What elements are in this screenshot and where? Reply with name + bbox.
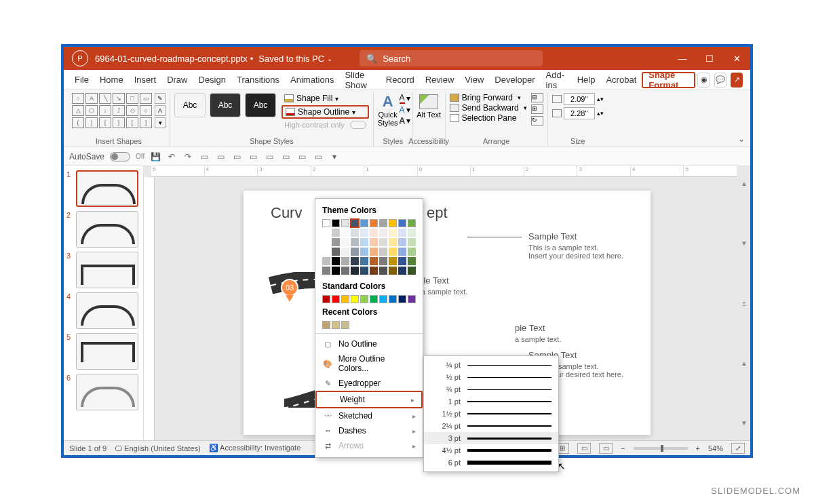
reading-view-button[interactable]: ▭ [577, 443, 591, 454]
tab-draw[interactable]: Draw [161, 70, 193, 90]
color-swatch[interactable] [379, 229, 387, 237]
color-swatch[interactable] [341, 295, 349, 303]
search-box[interactable]: 🔍 Search [360, 50, 543, 66]
shape-fill-button[interactable]: Shape Fill ▾ [282, 93, 369, 104]
thumbnail-3[interactable]: 3 [66, 252, 140, 288]
color-swatch[interactable] [341, 267, 349, 275]
shape-style-gallery[interactable]: Abc Abc Abc [174, 93, 276, 130]
color-swatch[interactable] [351, 229, 359, 237]
shape-outline-button[interactable]: Shape Outline ▾ [282, 105, 369, 119]
color-swatch[interactable] [389, 229, 397, 237]
color-swatch[interactable] [370, 295, 378, 303]
thumbnail-5[interactable]: 5 [66, 333, 140, 370]
theme-colors-row[interactable] [315, 219, 423, 229]
color-swatch[interactable] [398, 267, 406, 275]
tab-slideshow[interactable]: Slide Show [339, 70, 380, 90]
align-button[interactable]: ⊟ [531, 93, 543, 102]
color-swatch[interactable] [360, 295, 368, 303]
minimize-button[interactable]: — [669, 47, 696, 70]
color-swatch[interactable] [398, 229, 406, 237]
color-swatch[interactable] [370, 257, 378, 265]
zoom-in-button[interactable]: + [696, 444, 700, 452]
color-swatch[interactable] [408, 219, 416, 227]
shape-textbox-icon[interactable]: A [155, 105, 166, 116]
weight-option[interactable]: 1½ pt [424, 408, 558, 420]
zoom-slider[interactable] [634, 447, 688, 450]
color-swatch[interactable] [322, 267, 330, 275]
group-button[interactable]: ⊞ [531, 104, 543, 114]
color-swatch[interactable] [370, 267, 378, 275]
tab-help[interactable]: Help [572, 70, 601, 90]
color-swatch[interactable] [322, 321, 330, 329]
color-swatch[interactable] [379, 248, 387, 256]
color-swatch[interactable] [398, 248, 406, 256]
standard-colors-row[interactable] [315, 295, 423, 305]
color-swatch[interactable] [360, 248, 368, 256]
shape-edit-icon[interactable]: ✎ [155, 93, 166, 104]
undo-icon[interactable]: ↶ [166, 151, 177, 162]
thumbnail-6[interactable]: 6 [66, 374, 140, 410]
save-icon[interactable]: 💾 [150, 151, 161, 162]
color-swatch[interactable] [332, 248, 340, 256]
color-swatch[interactable] [332, 219, 340, 227]
color-swatch[interactable] [322, 248, 330, 256]
more-outline-colors-item[interactable]: 🎨 More Outline Colors... [315, 351, 423, 376]
rotate-button[interactable]: ↻ [531, 116, 543, 125]
style-preview-3[interactable]: Abc [245, 93, 276, 117]
color-swatch[interactable] [351, 295, 359, 303]
qat-icon[interactable]: ▭ [280, 151, 291, 162]
color-swatch[interactable] [332, 321, 340, 329]
color-swatch[interactable] [398, 295, 406, 303]
color-swatch[interactable] [379, 238, 387, 246]
color-swatch[interactable] [389, 238, 397, 246]
tab-insert[interactable]: Insert [129, 70, 162, 90]
color-swatch[interactable] [341, 321, 349, 329]
vertical-scrollbar[interactable]: ▲▼±▲▼ [739, 180, 749, 427]
color-swatch[interactable] [351, 257, 359, 265]
color-swatch[interactable] [408, 229, 416, 237]
dashes-item[interactable]: ┅ Dashes ▸ [315, 423, 423, 438]
color-swatch[interactable] [322, 229, 330, 237]
weight-item[interactable]: Weight ▸ [315, 391, 423, 408]
sketched-item[interactable]: 〰 Sketched ▸ [315, 408, 423, 423]
color-swatch[interactable] [322, 257, 330, 265]
color-swatch[interactable] [332, 229, 340, 237]
recent-colors-row[interactable] [315, 321, 423, 330]
zoom-out-button[interactable]: − [621, 444, 625, 452]
color-swatch[interactable] [351, 248, 359, 256]
weight-option[interactable]: 6 pt [424, 457, 558, 469]
color-swatch[interactable] [379, 257, 387, 265]
selection-pane-button[interactable]: Selection Pane [450, 113, 527, 123]
tab-animations[interactable]: Animations [285, 70, 339, 90]
color-swatch[interactable] [332, 267, 340, 275]
color-swatch[interactable] [408, 267, 416, 275]
color-swatch[interactable] [408, 248, 416, 256]
weight-option[interactable]: ¾ pt [424, 383, 558, 395]
color-swatch[interactable] [341, 229, 349, 237]
color-swatch[interactable] [351, 219, 359, 227]
thumbnail-2[interactable]: 2 [66, 211, 140, 248]
color-swatch[interactable] [360, 238, 368, 246]
record-indicator-button[interactable]: ◉ [697, 73, 710, 88]
color-swatch[interactable] [360, 219, 368, 227]
thumbnail-1[interactable]: 1 [66, 170, 140, 207]
color-swatch[interactable] [389, 248, 397, 256]
tab-record[interactable]: Record [381, 70, 420, 90]
alt-text-button[interactable]: Alt Text [415, 93, 442, 119]
tab-acrobat[interactable]: Acrobat [600, 70, 642, 90]
fit-to-window-button[interactable]: ⤢ [731, 443, 745, 454]
redo-icon[interactable]: ↷ [182, 151, 193, 162]
style-preview-2[interactable]: Abc [210, 93, 241, 117]
color-swatch[interactable] [360, 257, 368, 265]
weight-option[interactable]: ¼ pt [424, 359, 558, 371]
color-swatch[interactable] [370, 248, 378, 256]
style-preview-1[interactable]: Abc [174, 93, 206, 117]
tab-transitions[interactable]: Transitions [231, 70, 285, 90]
theme-color-shades[interactable] [315, 229, 423, 279]
color-swatch[interactable] [389, 257, 397, 265]
qat-icon[interactable]: ▭ [199, 151, 210, 162]
quick-styles-button[interactable]: Quick Styles [378, 111, 398, 127]
text-effects-button[interactable]: A▾ [400, 116, 410, 125]
color-swatch[interactable] [408, 257, 416, 265]
tab-addins[interactable]: Add-ins [541, 70, 572, 90]
